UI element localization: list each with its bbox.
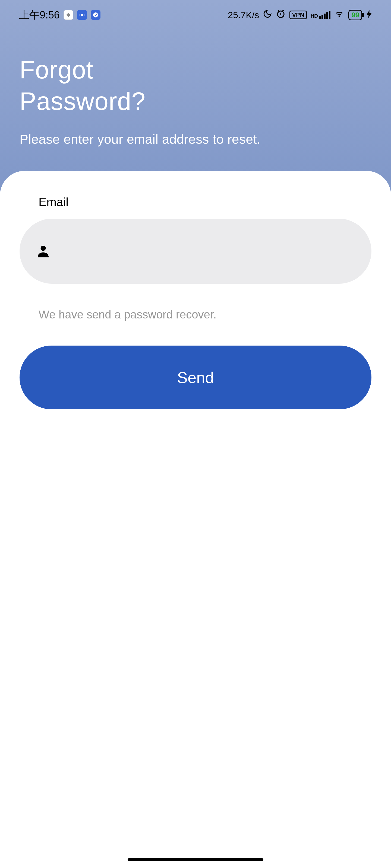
helper-text: We have send a password recover. — [38, 308, 371, 321]
header: Forgot Password? Please enter your email… — [0, 30, 391, 168]
email-input-wrapper[interactable] — [20, 219, 371, 284]
svg-point-1 — [93, 12, 98, 18]
form-card: Email We have send a password recover. S… — [0, 171, 391, 868]
battery-indicator: 99 — [348, 10, 362, 20]
email-input[interactable] — [51, 219, 355, 284]
title-line2: Password? — [20, 87, 145, 115]
moon-icon — [263, 9, 272, 21]
wifi-icon — [334, 9, 344, 21]
network-speed: 25.7K/s — [228, 10, 259, 20]
title-line1: Forgot — [20, 56, 93, 84]
person-icon — [36, 244, 51, 258]
page-subtitle: Please enter your email address to reset… — [20, 132, 371, 147]
svg-point-3 — [41, 246, 46, 251]
status-bar: 上午9:56 25.7K/s VPN HD 99 — [0, 0, 391, 30]
status-time: 上午9:56 — [19, 8, 60, 22]
hd-signal: HD — [311, 11, 331, 19]
app-indicator-icon — [63, 10, 73, 20]
page-title: Forgot Password? — [20, 54, 371, 117]
svg-point-0 — [81, 14, 83, 16]
home-indicator[interactable] — [128, 858, 263, 861]
charging-icon — [366, 10, 372, 20]
send-button[interactable]: Send — [20, 346, 371, 409]
email-label: Email — [38, 195, 371, 209]
shield-check-icon — [91, 10, 101, 20]
alarm-icon — [276, 9, 286, 21]
status-left: 上午9:56 — [19, 8, 101, 22]
status-right: 25.7K/s VPN HD 99 — [228, 9, 372, 21]
broadcast-icon — [77, 10, 87, 20]
vpn-indicator: VPN — [289, 10, 307, 19]
